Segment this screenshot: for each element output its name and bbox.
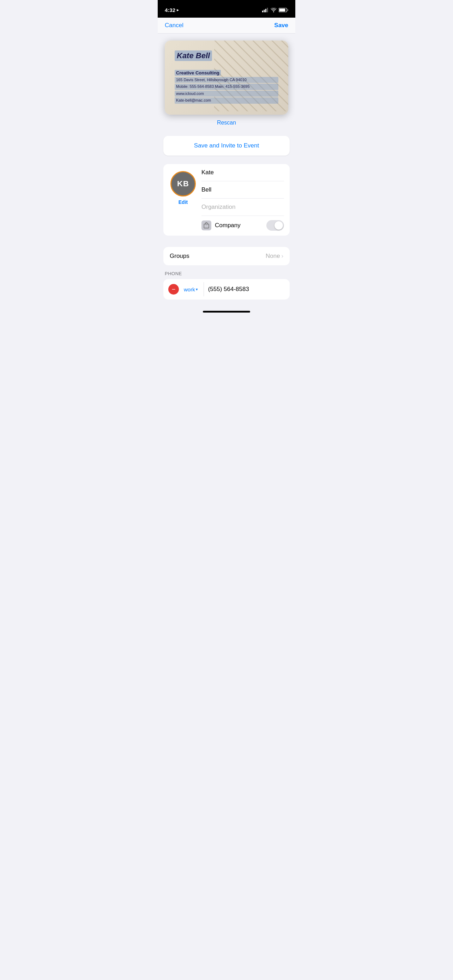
company-label-group: Company: [202, 221, 241, 231]
organization-row: [202, 199, 284, 216]
phone-card: − work ▾: [163, 279, 290, 299]
phone-divider: [203, 282, 204, 296]
groups-card[interactable]: Groups None ›: [163, 247, 290, 265]
card-address: 165 Davis Street, Hillsborough CA 94010: [175, 77, 278, 83]
cancel-button[interactable]: Cancel: [165, 22, 183, 29]
last-name-row: [202, 181, 284, 199]
phone-row: − work ▾: [163, 279, 290, 299]
svg-rect-3: [267, 8, 268, 12]
company-row: Company: [202, 216, 284, 235]
first-name-row: [202, 164, 284, 181]
phone-type-label: work: [184, 286, 195, 293]
groups-label: Groups: [170, 253, 189, 259]
svg-rect-0: [262, 11, 263, 12]
status-icons: [262, 8, 288, 12]
first-name-input[interactable]: [202, 169, 284, 176]
company-icon: [202, 221, 211, 231]
save-button[interactable]: Save: [274, 22, 288, 29]
organization-input[interactable]: [202, 204, 284, 211]
invite-button[interactable]: Save and Invite to Event: [163, 136, 290, 156]
svg-rect-8: [204, 224, 209, 228]
phone-section-header: PHONE: [163, 271, 290, 279]
groups-chevron-icon: ›: [281, 253, 283, 259]
company-toggle[interactable]: [266, 220, 284, 231]
phone-number-input[interactable]: [208, 281, 290, 298]
contact-card: KB Edit: [163, 164, 290, 235]
avatar: KB: [170, 171, 196, 196]
home-indicator: [158, 307, 295, 315]
phone-type-button[interactable]: work ▾: [183, 286, 199, 293]
status-time: 4:32 ▸: [165, 7, 179, 13]
bottom-spacer: [158, 299, 295, 307]
invite-section: Save and Invite to Event: [158, 132, 295, 161]
svg-rect-5: [280, 8, 285, 11]
groups-section: Groups None ›: [163, 247, 290, 265]
card-content: Kate Bell Creative Consulting 165 Davis …: [175, 51, 278, 104]
signal-icon: [262, 8, 269, 12]
groups-value: None: [265, 253, 280, 259]
card-name: Kate Bell: [175, 51, 212, 61]
battery-icon: [279, 8, 288, 12]
rescan-button[interactable]: Rescan: [165, 115, 288, 129]
toggle-knob: [275, 221, 283, 230]
phone-section: PHONE − work ▾: [163, 271, 290, 299]
svg-rect-2: [265, 9, 266, 12]
card-website: www.icloud.com: [175, 91, 278, 97]
groups-value-row: None ›: [265, 253, 283, 259]
avatar-initials: KB: [177, 179, 189, 188]
fields-side: Company: [202, 164, 290, 235]
wifi-icon: [270, 8, 277, 12]
company-label: Company: [215, 222, 241, 229]
card-phone: Mobile: 555-564-8583 Main: 415-555-3695: [175, 84, 278, 90]
edit-photo-button[interactable]: Edit: [178, 199, 188, 205]
home-bar: [203, 311, 250, 313]
status-bar: 4:32 ▸: [158, 0, 295, 18]
nav-bar: Cancel Save: [158, 18, 295, 33]
svg-rect-1: [264, 10, 265, 12]
card-email: Kate-bell@mac.com: [175, 97, 278, 103]
avatar-side: KB Edit: [163, 164, 202, 235]
remove-phone-button[interactable]: −: [168, 284, 179, 294]
last-name-input[interactable]: [202, 186, 284, 193]
location-icon: ▸: [177, 8, 179, 12]
business-card: Kate Bell Creative Consulting 165 Davis …: [165, 41, 288, 115]
card-container: Kate Bell Creative Consulting 165 Davis …: [158, 33, 295, 132]
card-company: Creative Consulting: [175, 70, 221, 76]
phone-type-chevron-icon: ▾: [196, 287, 198, 292]
card-info: Creative Consulting 165 Davis Street, Hi…: [175, 70, 278, 104]
time-display: 4:32: [165, 7, 175, 13]
